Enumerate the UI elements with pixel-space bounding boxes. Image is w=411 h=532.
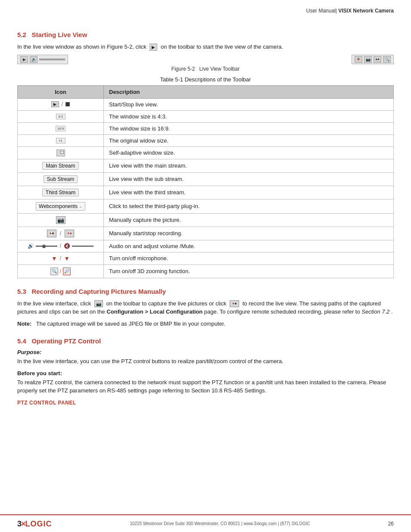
audio-volume-slider[interactable] bbox=[36, 246, 57, 247]
play-icon: ▶ bbox=[51, 101, 59, 107]
footer-page-number: 26 bbox=[388, 521, 394, 527]
section-5-4-num: 5.4 bbox=[17, 337, 26, 345]
table-row: ▼ / ▼ Turn on/off microphone. bbox=[18, 252, 394, 264]
zoom-controls: 🔍 / 🔎 bbox=[50, 268, 71, 275]
inline-play-icon: ▶ bbox=[149, 44, 157, 51]
desc-cell-16-9: The window size is 16:9. bbox=[104, 122, 394, 134]
before-start-label: Before you start: bbox=[17, 370, 394, 376]
desc-cell-audio: Audio on and adjust volume /Mute. bbox=[104, 240, 394, 252]
toolbar-volume-slider[interactable] bbox=[39, 59, 65, 60]
toolbar-camera-btn[interactable]: 📷 bbox=[364, 56, 372, 63]
table-row: 4:3 The window size is 4:3. bbox=[18, 110, 394, 122]
table-row: 16:9 The window size is 16:9. bbox=[18, 122, 394, 134]
desc-cell-play-stop: Start/Stop live view. bbox=[104, 98, 394, 110]
slash-divider: / bbox=[62, 101, 63, 107]
section-5-4-title: Operating PTZ Control bbox=[31, 337, 101, 345]
figure-5-2-caption: Figure 5-2 Live View Toolbar bbox=[17, 66, 394, 72]
section-5-2-intro: In the live view window as shown in Figu… bbox=[17, 43, 394, 51]
header-text: User Manual| bbox=[306, 8, 337, 14]
toolbar-mic-btn[interactable]: ▼ bbox=[355, 56, 362, 63]
table-header-icon: Icon bbox=[18, 85, 104, 98]
table-row: Main Stream Live view with the main stre… bbox=[18, 159, 394, 172]
desc-cell-sub-stream: Live view with the sub stream. bbox=[104, 172, 394, 186]
icon-cell-audio: 🔊 / 🔇 bbox=[18, 240, 104, 252]
icon-cell-self-adapt bbox=[18, 146, 104, 159]
icon-cell-mic: ▼ / ▼ bbox=[18, 252, 104, 264]
section-5-2-title: Starting Live View bbox=[31, 31, 87, 38]
section-5-2-heading: 5.2 Starting Live View bbox=[17, 31, 394, 38]
dropdown-arrow-icon: ⌄ bbox=[79, 204, 82, 208]
inline-camera-icon: 📷 bbox=[94, 300, 103, 307]
table-row: ●■ / ●■ Manually start/stop recording. bbox=[18, 227, 394, 240]
ptz-control-panel-link[interactable]: PTZ CONTROL PANEL bbox=[17, 400, 76, 406]
table-row: 🔍 / 🔎 Turn on/off 3D zooming function. bbox=[18, 264, 394, 278]
section-5-3-title: Recording and Capturing Pictures Manuall… bbox=[31, 288, 166, 295]
desc-cell-x1: The original widow size. bbox=[104, 134, 394, 146]
icon-cell-sub-stream: Sub Stream bbox=[18, 172, 104, 186]
toolbar-play-btn[interactable]: ▶ bbox=[20, 56, 28, 63]
desc-cell-4-3: The window size is 4:3. bbox=[104, 110, 394, 122]
page-footer: 3×LOGIC 10225 Westmoor Drive Suite 300 W… bbox=[0, 514, 411, 532]
toolbar-audio-btn[interactable]: 🔊 bbox=[30, 56, 37, 63]
audio-controls: 🔊 / 🔇 bbox=[28, 243, 93, 249]
audio-mute-icon: 🔇 bbox=[64, 243, 70, 249]
table-row: Webcomponents ⌄ Click to select the thir… bbox=[18, 199, 394, 213]
purpose-text: In the live view interface, you can use … bbox=[17, 357, 394, 366]
table-row: Third Stream Live view with the third st… bbox=[18, 186, 394, 199]
window-x1-icon: ×1 bbox=[56, 138, 65, 143]
table-row: 📷 Manually capture the picture. bbox=[18, 213, 394, 227]
toolbar-right-section: ▼ 📷 ●● 🔍 bbox=[352, 55, 394, 64]
desc-cell-mic: Turn on/off microphone. bbox=[104, 252, 394, 264]
sub-stream-button[interactable]: Sub Stream bbox=[44, 175, 78, 183]
section-5-3-num: 5.3 bbox=[17, 288, 26, 295]
window-4-3-icon: 4:3 bbox=[56, 114, 65, 119]
toolbar-descriptions-table: Icon Description ▶ / Start/Stop liv bbox=[17, 85, 394, 278]
icon-cell-x1: ×1 bbox=[18, 134, 104, 146]
page-header: User Manual| VISIX Network Camera bbox=[0, 0, 411, 17]
table-row: Self-adaptive window size. bbox=[18, 146, 394, 159]
icon-cell-third-stream: Third Stream bbox=[18, 186, 104, 199]
header-bold: VISIX Network Camera bbox=[338, 8, 394, 14]
zoom-out-icon: 🔎 bbox=[63, 268, 71, 275]
before-start-text: To realize PTZ control, the camera conne… bbox=[17, 378, 394, 395]
window-16-9-icon: 16:9 bbox=[56, 126, 66, 131]
desc-cell-third-stream: Live view with the third stream. bbox=[104, 186, 394, 199]
desc-cell-webcomponents: Click to select the third-party plug-in. bbox=[104, 199, 394, 213]
section-5-2-num: 5.2 bbox=[17, 31, 26, 38]
table-row: ▶ / Start/Stop live view. bbox=[18, 98, 394, 110]
table-row: 🔊 / 🔇 Audio on and adjust volume / bbox=[18, 240, 394, 252]
section-5-3-heading: 5.3 Recording and Capturing Pictures Man… bbox=[17, 288, 394, 295]
webcomponents-button[interactable]: Webcomponents ⌄ bbox=[36, 202, 85, 211]
footer-logo: 3×LOGIC bbox=[17, 519, 52, 529]
capture-icon: 📷 bbox=[56, 216, 65, 224]
page-container: User Manual| VISIX Network Camera 5.2 St… bbox=[0, 0, 411, 532]
table-header-desc: Description bbox=[104, 85, 394, 98]
third-stream-button[interactable]: Third Stream bbox=[42, 189, 79, 196]
mic-off-icon: ▼ bbox=[64, 255, 70, 262]
zoom-in-icon: 🔍 bbox=[50, 268, 58, 275]
icon-cell-webcomponents: Webcomponents ⌄ bbox=[18, 199, 104, 213]
inline-record-icon: ●■ bbox=[230, 300, 239, 307]
page-content: 5.2 Starting Live View In the live view … bbox=[0, 17, 411, 410]
live-view-toolbar-image: ▶ 🔊 ▼ 📷 ●● 🔍 bbox=[17, 55, 394, 64]
mic-controls: ▼ / ▼ bbox=[51, 255, 70, 262]
icon-cell-capture: 📷 bbox=[18, 213, 104, 227]
footer-address: 10225 Westmoor Drive Suite 300 Westminst… bbox=[61, 521, 380, 526]
table-5-1-caption: Table 5-1 Descriptions of the Toolbar bbox=[17, 76, 394, 83]
icon-cell-4-3: 4:3 bbox=[18, 110, 104, 122]
desc-cell-zoom3d: Turn on/off 3D zooming function. bbox=[104, 264, 394, 278]
slash-divider: / bbox=[60, 230, 61, 236]
toolbar-zoom-btn[interactable]: 🔍 bbox=[383, 56, 391, 63]
desc-cell-self-adapt: Self-adaptive window size. bbox=[104, 146, 394, 159]
desc-cell-main-stream: Live view with the main stream. bbox=[104, 159, 394, 172]
toolbar-record-btn[interactable]: ●● bbox=[374, 56, 381, 63]
audio-mute-slider bbox=[72, 246, 93, 247]
table-row: Sub Stream Live view with the sub stream… bbox=[18, 172, 394, 186]
main-stream-button[interactable]: Main Stream bbox=[42, 162, 78, 170]
icon-cell-main-stream: Main Stream bbox=[18, 159, 104, 172]
record-start-icon: ●■ bbox=[47, 230, 56, 237]
section-5-3-para: In the live view interface, click 📷 on t… bbox=[17, 299, 394, 316]
note-jpeg-bmp: Note: The captured image will be saved a… bbox=[17, 320, 394, 328]
record-stop-icon: ●■ bbox=[65, 230, 74, 237]
icon-cell-zoom3d: 🔍 / 🔎 bbox=[18, 264, 104, 278]
